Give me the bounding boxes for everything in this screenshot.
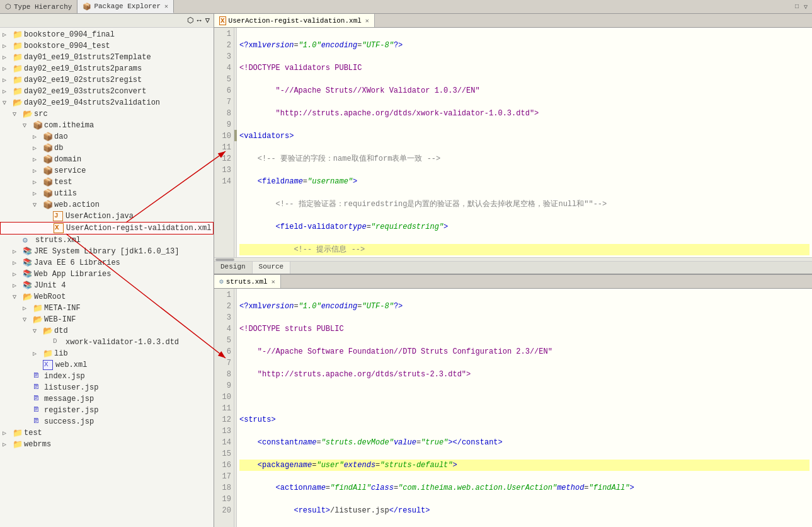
tree-item-bookstore-test[interactable]: ▷ 📁 bookstore_0904_test	[0, 40, 214, 52]
tree-label: web.xml	[55, 361, 214, 369]
toggle-icon[interactable]: ▷	[3, 88, 13, 95]
tree-item-src[interactable]: ▽ 📂 src	[0, 108, 214, 120]
code-line: <!-- 提示信息 -->	[239, 244, 809, 255]
toggle-icon[interactable]: ▷	[33, 350, 43, 357]
toggle-icon[interactable]: ▷	[33, 133, 43, 141]
toggle-icon[interactable]: ▷	[3, 429, 13, 437]
code-line: <?xml version="1.0" encoding="UTF-8"?>	[239, 301, 809, 312]
close-icon[interactable]: ✕	[164, 3, 168, 10]
toggle-icon[interactable]: ▽	[13, 293, 23, 301]
tree-label: day01_ee19_01struts2Template	[24, 53, 214, 62]
tree-item-useraction-java[interactable]: J UserAction.java	[0, 211, 214, 222]
close-tab-icon[interactable]: ✕	[272, 278, 275, 286]
xml-file-icon: X	[43, 360, 53, 370]
tree-item-useraction-xml[interactable]: X UserAction-regist-validation.xml	[0, 222, 214, 235]
tab-type-hierarchy[interactable]: ⬡ Type Hierarchy	[0, 0, 77, 13]
tree-item-utils[interactable]: ▷ 📦 utils	[0, 188, 214, 199]
tree-item-webrms[interactable]: ▷ 📁 webrms	[0, 439, 214, 450]
close-tab-icon[interactable]: ✕	[365, 17, 369, 25]
maximize-button[interactable]: ▽	[802, 3, 809, 11]
tab-useraction-xml[interactable]: X UserAction-regist-validation.xml ✕	[214, 14, 375, 27]
toggle-icon[interactable]: ▽	[3, 99, 13, 107]
tab-design[interactable]: Design	[214, 262, 253, 274]
tree-item-index-jsp[interactable]: 🖹 index.jsp	[0, 371, 214, 382]
tree-item-db[interactable]: ▷ 📦 db	[0, 142, 214, 154]
jsp-icon: 🖹	[33, 371, 43, 381]
minimize-button[interactable]: □	[793, 3, 801, 11]
toggle-icon[interactable]: ▷	[13, 248, 23, 255]
toggle-icon[interactable]: ▷	[3, 76, 13, 84]
toggle-icon[interactable]: ▽	[33, 201, 43, 209]
tree-item-test-folder[interactable]: ▷ 📁 test	[0, 427, 214, 439]
tree-item-junit[interactable]: ▷ 📚 JUnit 4	[0, 280, 214, 291]
tree-item-day02-03[interactable]: ▷ 📁 day02_ee19_03struts2convert	[0, 86, 214, 97]
toggle-icon[interactable]: ▽	[23, 316, 33, 323]
tree-item-domain[interactable]: ▷ 📦 domain	[0, 154, 214, 165]
toggle-icon[interactable]: ▽	[33, 327, 43, 335]
tree-item-service[interactable]: ▷ 📦 service	[0, 165, 214, 177]
code-line: "-//Apache Struts//XWork Validator 1.0.3…	[239, 85, 809, 96]
tree-label: src	[34, 110, 214, 119]
tree-item-web-xml[interactable]: X web.xml	[0, 359, 214, 371]
tree-item-meta-inf[interactable]: ▷ 📁 META-INF	[0, 303, 214, 314]
tree-item-web-action[interactable]: ▽ 📦 web.action	[0, 199, 214, 211]
tree-item-webapp-lib[interactable]: ▷ 📚 Web App Libraries	[0, 269, 214, 280]
tab-package-explorer[interactable]: 📦 Package Explorer ✕	[77, 0, 174, 13]
package-icon: 📦	[33, 120, 43, 130]
view-menu-button[interactable]: ▽	[204, 14, 211, 26]
folder-icon: 📁	[33, 303, 43, 313]
tree-item-bookstore-final[interactable]: ▷ 📁 bookstore_0904_final	[0, 29, 214, 40]
tree-item-day02-01[interactable]: ▷ 📁 day02_ee19_01struts2params	[0, 63, 214, 74]
toggle-icon[interactable]: ▷	[3, 54, 13, 61]
link-editor-button[interactable]: ↔	[196, 15, 203, 26]
toggle-icon[interactable]: ▷	[13, 270, 23, 278]
tree-label: WebRoot	[34, 292, 214, 301]
toggle-icon[interactable]: ▷	[3, 441, 13, 448]
xml-icon: X	[54, 223, 64, 233]
tab-struts-xml[interactable]: ⚙ struts.xml ✕	[214, 275, 281, 288]
toggle-icon[interactable]: ▽	[13, 110, 23, 118]
tab-source[interactable]: Source	[253, 262, 291, 274]
tree-item-com-itheima[interactable]: ▽ 📦 com.itheima	[0, 120, 214, 131]
collapse-all-button[interactable]: ⬡	[186, 14, 195, 26]
toggle-icon[interactable]: ▷	[33, 178, 43, 186]
toggle-icon[interactable]: ▷	[13, 259, 23, 267]
tree-item-xwork-dtd[interactable]: D xwork-validator-1.0.3.dtd	[0, 337, 214, 348]
tree-item-webroot[interactable]: ▽ 📂 WebRoot	[0, 291, 214, 303]
tree-item-success-jsp[interactable]: 🖹 success.jsp	[0, 416, 214, 427]
tree-item-test-pkg[interactable]: ▷ 📦 test	[0, 177, 214, 188]
tree-item-message-jsp[interactable]: 🖹 message.jsp	[0, 393, 214, 405]
toggle-icon[interactable]: ▷	[13, 282, 23, 289]
toggle-icon[interactable]: ▷	[33, 144, 43, 152]
toggle-icon[interactable]: ▷	[33, 167, 43, 175]
tree-item-lib-folder[interactable]: ▷ 📁 lib	[0, 348, 214, 359]
package-tree[interactable]: ▷ 📁 bookstore_0904_final ▷ 📁 bookstore_0…	[0, 28, 214, 527]
tree-label: test	[54, 178, 214, 187]
tree-item-day02-04[interactable]: ▽ 📂 day02_ee19_04struts2validation	[0, 97, 214, 108]
tree-item-listuser-jsp[interactable]: 🖹 listuser.jsp	[0, 382, 214, 393]
tree-item-dao[interactable]: ▷ 📦 dao	[0, 131, 214, 142]
folder-icon: 📁	[13, 439, 23, 449]
tree-item-dtd-folder[interactable]: ▽ 📂 dtd	[0, 325, 214, 337]
tree-item-day01[interactable]: ▷ 📁 day01_ee19_01struts2Template	[0, 52, 214, 63]
tree-item-register-jsp[interactable]: 🖹 register.jsp	[0, 405, 214, 416]
toggle-icon[interactable]: ▷	[3, 42, 13, 50]
code-editor-bottom[interactable]: <?xml version="1.0" encoding="UTF-8"?> <…	[237, 289, 812, 527]
code-line: "-//Apache Software Foundation//DTD Stru…	[239, 346, 809, 357]
tree-label: service	[54, 166, 214, 175]
tree-item-day02-02[interactable]: ▷ 📁 day02_ee19_02struts2regist	[0, 74, 214, 86]
tree-item-web-inf[interactable]: ▽ 📂 WEB-INF	[0, 314, 214, 325]
toggle-icon[interactable]: ▽	[23, 122, 33, 129]
folder-open-icon: 📂	[23, 292, 33, 302]
tree-item-struts-xml[interactable]: ⚙ struts.xml	[0, 235, 214, 246]
tree-item-javaee-lib[interactable]: ▷ 📚 Java EE 6 Libraries	[0, 257, 214, 269]
toggle-icon[interactable]: ▷	[33, 190, 43, 197]
toggle-icon[interactable]: ▷	[33, 156, 43, 163]
code-line: <constant name="struts.devMode" value="t…	[239, 437, 809, 448]
code-editor-top[interactable]: <?xml version="1.0" encoding="UTF-8"?> <…	[237, 28, 812, 257]
toggle-icon[interactable]: ▷	[23, 304, 33, 312]
toggle-icon[interactable]: ▷	[3, 31, 13, 38]
tree-label: db	[54, 144, 214, 153]
tree-item-jre[interactable]: ▷ 📚 JRE System Library [jdk1.6.0_13]	[0, 246, 214, 257]
toggle-icon[interactable]: ▷	[3, 65, 13, 72]
